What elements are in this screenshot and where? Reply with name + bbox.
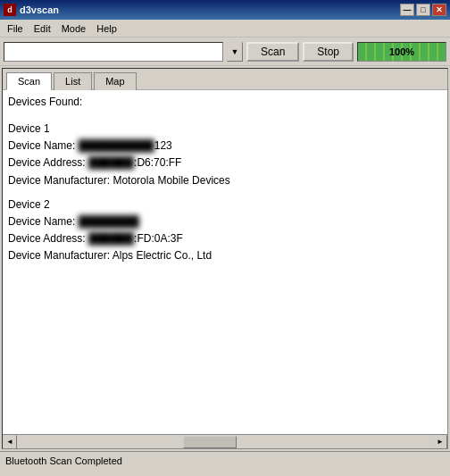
scroll-right-button[interactable]: ► <box>433 435 447 449</box>
title-bar: d d3vscan — □ ✕ <box>0 0 450 20</box>
minimize-button[interactable]: — <box>400 4 414 16</box>
main-area: Scan List Map Devices Found: Device 1 De… <box>2 68 448 449</box>
scroll-left-button[interactable]: ◄ <box>3 435 17 449</box>
tab-list[interactable]: List <box>54 72 92 90</box>
device-2-name: Device Name: ████████ <box>8 213 442 230</box>
menu-file[interactable]: File <box>2 21 29 36</box>
status-text: Bluetooth Scan Completed <box>5 455 122 466</box>
device-2-name-blurred: ████████ <box>79 213 139 230</box>
device-1-label: Device 1 <box>8 121 442 138</box>
progress-bar: 100% <box>357 42 446 62</box>
status-bar: Bluetooth Scan Completed <box>0 451 450 469</box>
close-button[interactable]: ✕ <box>432 4 446 16</box>
app-icon-letter: d <box>7 5 12 14</box>
content-area: Devices Found: Device 1 Device Name: ███… <box>3 90 447 434</box>
device-2-section: Device 2 Device Name: ████████ Device Ad… <box>8 196 442 265</box>
device-1-address: Device Address: ██████:D6:70:FF <box>8 154 442 171</box>
window-title: d3vscan <box>20 4 400 15</box>
device-2-address: Device Address: ██████:FD:0A:3F <box>8 230 442 247</box>
app-icon: d <box>4 4 16 16</box>
device-1-name-blurred: ██████████ <box>79 138 154 154</box>
menu-edit[interactable]: Edit <box>29 21 56 36</box>
device-1-address-blurred: ██████ <box>88 154 134 171</box>
scan-button[interactable]: Scan <box>246 42 299 62</box>
devices-found-header: Devices Found: <box>8 96 442 108</box>
maximize-button[interactable]: □ <box>416 4 430 16</box>
dropdown-button[interactable]: ▼ <box>227 42 243 62</box>
horizontal-scrollbar[interactable]: ◄ ► <box>3 434 447 448</box>
device-1-section: Device 1 Device Name: ██████████123 Devi… <box>8 121 442 189</box>
tab-scan[interactable]: Scan <box>6 72 52 90</box>
chevron-down-icon: ▼ <box>230 47 238 56</box>
menu-mode[interactable]: Mode <box>56 21 92 36</box>
menu-bar: File Edit Mode Help <box>0 20 450 38</box>
scroll-track[interactable] <box>17 435 433 449</box>
window-controls: — □ ✕ <box>400 4 446 16</box>
scroll-thumb[interactable] <box>183 436 237 448</box>
device-1-manufacturer: Device Manufacturer: Motorola Mobile Dev… <box>8 172 442 189</box>
tab-map[interactable]: Map <box>94 72 136 90</box>
stop-button[interactable]: Stop <box>303 42 354 62</box>
progress-label: 100% <box>358 43 446 61</box>
tab-bar: Scan List Map <box>3 69 447 90</box>
address-input[interactable] <box>4 42 223 62</box>
device-1-name: Device Name: ██████████123 <box>8 138 442 154</box>
device-2-manufacturer: Device Manufacturer: Alps Electric Co., … <box>8 247 442 264</box>
menu-help[interactable]: Help <box>91 21 122 36</box>
device-2-label: Device 2 <box>8 196 442 213</box>
device-2-address-blurred: ██████ <box>88 230 134 247</box>
toolbar: ▼ Scan Stop 100% <box>0 38 450 66</box>
